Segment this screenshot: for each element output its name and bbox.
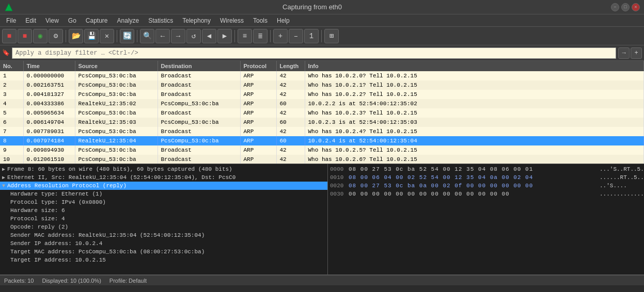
- table-cell-no: 2: [0, 80, 23, 90]
- table-row[interactable]: 90.009894930PcsCompu_53:0c:baBroadcastAR…: [0, 145, 644, 155]
- table-row[interactable]: 20.002163751PcsCompu_53:0c:baBroadcastAR…: [0, 80, 644, 90]
- options-button[interactable]: ⚙: [49, 29, 63, 43]
- table-cell-dst: PcsCompu_53:0c:ba: [158, 136, 240, 145]
- packet-list-view-button[interactable]: ≡: [238, 29, 252, 43]
- table-row[interactable]: 80.007974184RealtekU_12:35:04PcsCompu_53…: [0, 136, 644, 145]
- open-file-button[interactable]: 📂: [69, 29, 83, 43]
- table-row[interactable]: 60.006149704RealtekU_12:35:03PcsCompu_53…: [0, 118, 644, 127]
- table-cell-dst: Broadcast: [158, 108, 240, 118]
- table-cell-len: 42: [276, 108, 305, 118]
- table-cell-len: 42: [276, 80, 305, 90]
- colorize-button[interactable]: ⊞: [324, 29, 339, 43]
- table-cell-dst: PcsCompu_53:0c:ba: [158, 99, 240, 108]
- next-packet-button[interactable]: ▶: [217, 29, 232, 43]
- table-cell-src: RealtekU_12:35:03: [75, 118, 158, 127]
- menu-item-wireless[interactable]: Wireless: [216, 16, 248, 25]
- detail-row-text: Protocol type: IPv4 (0x0800): [10, 199, 106, 205]
- maximize-button[interactable]: □: [621, 3, 630, 11]
- filter-arrow-button[interactable]: →: [618, 47, 630, 59]
- detail-row[interactable]: ▶ Ethernet II, Src: RealtekU_12:35:04 (5…: [0, 173, 327, 182]
- table-cell-len: 60: [276, 99, 305, 108]
- menu-item-telephony[interactable]: Telephony: [178, 16, 215, 25]
- stop-capture-button[interactable]: ■: [18, 29, 32, 43]
- menu-item-go[interactable]: Go: [64, 16, 81, 25]
- detail-row[interactable]: ▶ Frame 8: 60 bytes on wire (480 bits), …: [0, 165, 327, 173]
- table-cell-no: 8: [0, 136, 23, 145]
- detail-row-text: Hardware type: Ethernet (1): [10, 191, 102, 197]
- zoom-in-button[interactable]: +: [273, 29, 288, 43]
- table-row[interactable]: 100.012061510PcsCompu_53:0c:baBroadcastA…: [0, 155, 644, 164]
- save-file-button[interactable]: 💾: [84, 29, 99, 43]
- detail-row[interactable]: Target IP address: 10.0.2.15: [0, 256, 327, 264]
- menu-item-file[interactable]: File: [2, 16, 20, 25]
- toolbar-separator-3: [137, 30, 137, 42]
- table-cell-dst: Broadcast: [158, 90, 240, 99]
- table-row[interactable]: 40.004333386RealtekU_12:35:02PcsCompu_53…: [0, 99, 644, 108]
- detail-row-text: Address Resolution Protocol (reply): [7, 183, 127, 189]
- go-to-button[interactable]: ↺: [186, 29, 201, 43]
- detail-row[interactable]: Target MAC address: PcsCompu_53:0c:ba (0…: [0, 248, 327, 256]
- zoom-reset-button[interactable]: 1: [304, 29, 319, 43]
- table-row[interactable]: 30.004181327PcsCompu_53:0c:baBroadcastAR…: [0, 90, 644, 99]
- menu-item-tools[interactable]: Tools: [249, 16, 272, 25]
- col-header-protocol: Protocol: [240, 61, 276, 71]
- table-cell-src: PcsCompu_53:0c:ba: [75, 90, 158, 99]
- table-cell-proto: ARP: [240, 155, 276, 164]
- find-button[interactable]: 🔍: [140, 29, 154, 43]
- menu-item-help[interactable]: Help: [273, 16, 294, 25]
- detail-row[interactable]: Protocol size: 4: [0, 215, 327, 223]
- detail-row[interactable]: Opcode: reply (2): [0, 223, 327, 231]
- table-row[interactable]: 70.007789031PcsCompu_53:0c:baBroadcastAR…: [0, 127, 644, 136]
- menu-item-edit[interactable]: Edit: [21, 16, 40, 25]
- zoom-out-button[interactable]: –: [289, 29, 303, 43]
- prev-packet-button[interactable]: ◀: [202, 29, 216, 43]
- table-row[interactable]: 50.005965634PcsCompu_53:0c:baBroadcastAR…: [0, 108, 644, 118]
- table-cell-src: PcsCompu_53:0c:ba: [75, 145, 158, 155]
- detail-row-text: Target IP address: 10.0.2.15: [10, 257, 106, 263]
- packet-details-panel: ▶ Frame 8: 60 bytes on wire (480 bits), …: [0, 164, 328, 274]
- detail-row[interactable]: Hardware size: 6: [0, 206, 327, 215]
- detail-row-text: Target MAC address: PcsCompu_53:0c:ba (0…: [10, 249, 205, 255]
- start-capture-button[interactable]: ■: [2, 29, 17, 43]
- hex-offset: 0000: [330, 166, 349, 172]
- restart-capture-button[interactable]: ◉: [33, 29, 48, 43]
- menu-item-view[interactable]: View: [41, 16, 63, 25]
- col-header-length: Length: [276, 61, 305, 71]
- col-header-time: Time: [23, 61, 75, 71]
- filter-add-button[interactable]: +: [631, 47, 642, 59]
- table-cell-info: Who has 10.0.2.6? Tell 10.0.2.15: [305, 155, 644, 164]
- table-cell-no: 3: [0, 90, 23, 99]
- table-cell-time: 0.012061510: [23, 155, 75, 164]
- packet-list: No. Time Source Destination Protocol Len…: [0, 61, 644, 164]
- table-cell-time: 0.000000000: [23, 71, 75, 80]
- menu-item-analyze[interactable]: Analyze: [113, 16, 144, 25]
- close-button[interactable]: ✕: [632, 3, 640, 11]
- table-row[interactable]: 10.000000000PcsCompu_53:0c:baBroadcastAR…: [0, 71, 644, 80]
- detail-row-text: Opcode: reply (2): [10, 224, 68, 230]
- table-cell-no: 7: [0, 127, 23, 136]
- detail-row[interactable]: Sender MAC address: RealtekU_12:35:04 (5…: [0, 231, 327, 239]
- menu-item-capture[interactable]: Capture: [82, 16, 112, 25]
- filter-bookmark-icon: 🔖: [2, 49, 10, 57]
- minimize-button[interactable]: –: [611, 3, 619, 11]
- detail-row[interactable]: Hardware type: Ethernet (1): [0, 190, 327, 198]
- detail-row[interactable]: ▼ Address Resolution Protocol (reply): [0, 182, 327, 190]
- table-cell-len: 42: [276, 90, 305, 99]
- back-button[interactable]: ←: [155, 29, 170, 43]
- table-cell-src: PcsCompu_53:0c:ba: [75, 108, 158, 118]
- filter-input[interactable]: [12, 47, 616, 59]
- table-cell-proto: ARP: [240, 80, 276, 90]
- close-file-button[interactable]: ✕: [100, 29, 114, 43]
- reload-button[interactable]: 🔄: [120, 29, 134, 43]
- table-cell-time: 0.004333386: [23, 99, 75, 108]
- packet-detail-view-button[interactable]: ≣: [253, 29, 268, 43]
- forward-button[interactable]: →: [171, 29, 185, 43]
- hex-offset: 0010: [330, 174, 349, 181]
- table-cell-dst: Broadcast: [158, 127, 240, 136]
- detail-row[interactable]: Sender IP address: 10.0.2.4: [0, 239, 327, 248]
- detail-row[interactable]: Protocol type: IPv4 (0x0800): [0, 198, 327, 206]
- table-cell-info: Who has 10.0.2.0? Tell 10.0.2.15: [305, 71, 644, 80]
- table-cell-no: 9: [0, 145, 23, 155]
- hex-ascii: ..............: [595, 191, 642, 197]
- menu-item-statistics[interactable]: Statistics: [144, 16, 177, 25]
